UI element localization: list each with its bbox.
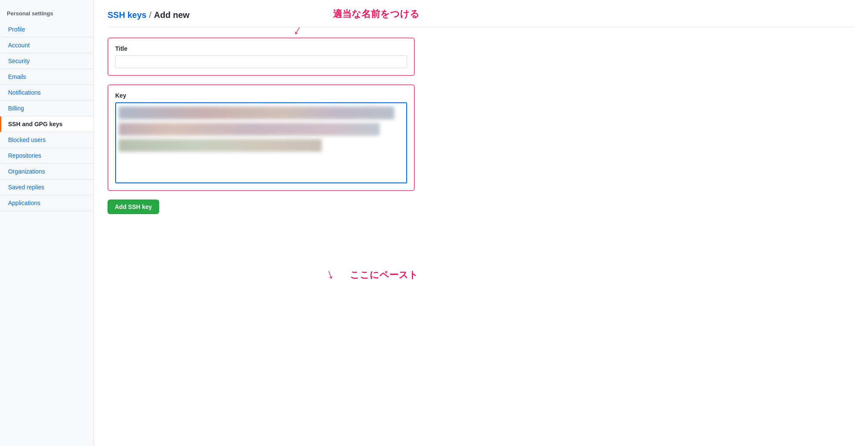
sidebar-item-applications[interactable]: Applications (0, 195, 93, 211)
sidebar: Personal settings Profile Account Securi… (0, 0, 94, 446)
blurred-content-row-3 (119, 139, 322, 152)
divider (108, 27, 854, 27)
button-row: Add SSH key (108, 200, 854, 214)
sidebar-item-account[interactable]: Account (0, 38, 93, 53)
title-section: Title (108, 38, 415, 76)
main-content: SSH keys / Add new 適当な名前をつける ↓ Title Key… (94, 0, 868, 446)
title-input[interactable] (115, 55, 407, 68)
sidebar-item-security[interactable]: Security (0, 53, 93, 69)
breadcrumb-separator: / (149, 10, 151, 20)
key-textarea-wrapper[interactable] (115, 102, 407, 183)
blurred-content-row-2 (119, 123, 380, 136)
arrow-top-icon: ↓ (291, 21, 305, 38)
breadcrumb-ssh-keys[interactable]: SSH keys (108, 10, 146, 20)
blurred-content-row-1 (119, 107, 394, 119)
sidebar-item-notifications[interactable]: Notifications (0, 85, 93, 101)
sidebar-item-organizations[interactable]: Organizations (0, 164, 93, 180)
breadcrumb: SSH keys / Add new (108, 10, 854, 20)
breadcrumb-add-new: Add new (154, 10, 189, 20)
key-section: Key (108, 84, 415, 191)
key-label: Key (115, 92, 407, 99)
sidebar-item-saved-replies[interactable]: Saved replies (0, 180, 93, 195)
annotation-bottom: ここにペースト (350, 269, 418, 281)
add-ssh-key-button[interactable]: Add SSH key (108, 200, 159, 214)
arrow-bottom-icon: ↓ (324, 265, 336, 282)
sidebar-item-emails[interactable]: Emails (0, 69, 93, 85)
sidebar-item-blocked-users[interactable]: Blocked users (0, 132, 93, 148)
sidebar-item-ssh-gpg-keys[interactable]: SSH and GPG keys (0, 116, 93, 132)
sidebar-item-profile[interactable]: Profile (0, 22, 93, 38)
sidebar-item-billing[interactable]: Billing (0, 101, 93, 116)
sidebar-header: Personal settings (0, 7, 93, 22)
title-label: Title (115, 45, 407, 52)
sidebar-item-repositories[interactable]: Repositories (0, 148, 93, 164)
